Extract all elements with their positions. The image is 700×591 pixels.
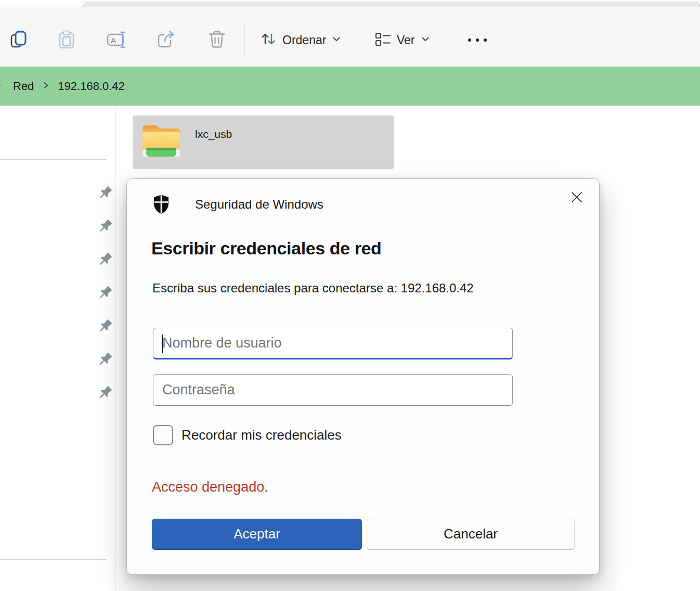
remember-label: Recordar mis credenciales	[182, 427, 342, 443]
view-label: Ver	[397, 33, 415, 47]
chevron-right-icon	[43, 81, 49, 92]
share-icon	[156, 29, 177, 52]
trash-icon	[206, 29, 227, 52]
file-name: lxc_usb	[195, 128, 232, 140]
more-options-button[interactable]	[459, 21, 496, 59]
windows-security-dialog: Seguridad de Windows Escribir credencial…	[126, 178, 600, 575]
pin-icon	[96, 284, 114, 302]
folder-icon	[140, 123, 183, 164]
chevron-down-icon	[421, 34, 430, 46]
file-item-lxc-usb[interactable]: lxc_usb	[133, 115, 394, 169]
content-area: lxc_usb Seguridad de Windows Escribir	[0, 106, 700, 591]
chevron-right-icon	[0, 81, 4, 92]
breadcrumb-network[interactable]: Red	[13, 80, 34, 93]
sort-label: Ordenar	[282, 33, 326, 47]
sidebar-pins	[96, 184, 114, 417]
toolbar-divider	[244, 25, 245, 56]
chevron-down-icon	[332, 34, 341, 46]
error-message: Acceso denegado.	[152, 479, 268, 495]
address-bar[interactable]: Red 192.168.0.42	[0, 67, 700, 106]
pin-icon	[96, 184, 114, 202]
paste-icon	[56, 29, 77, 52]
cancel-button[interactable]: Cancelar	[367, 519, 575, 550]
toolbar-divider	[450, 25, 450, 56]
dialog-subheading: Escriba sus credenciales para conectarse…	[152, 281, 474, 295]
view-icon	[374, 31, 391, 49]
remember-checkbox[interactable]	[153, 425, 173, 445]
paste-button[interactable]	[48, 21, 85, 59]
svg-text:A: A	[111, 36, 116, 45]
copy-button[interactable]	[0, 21, 37, 59]
pin-icon	[96, 317, 114, 335]
command-toolbar: A	[0, 7, 700, 67]
rename-button[interactable]: A	[98, 21, 136, 59]
pin-icon	[96, 251, 114, 268]
dialog-heading: Escribir credenciales de red	[151, 238, 381, 259]
tab-strip	[0, 0, 700, 7]
dialog-app-title: Seguridad de Windows	[195, 197, 323, 212]
sort-icon	[260, 31, 277, 49]
password-field[interactable]	[153, 374, 513, 406]
security-shield-icon	[153, 194, 170, 216]
pin-icon	[96, 217, 114, 235]
sidebar-section-divider	[0, 559, 107, 560]
close-button[interactable]	[565, 186, 588, 209]
share-button[interactable]	[148, 21, 185, 59]
sidebar-section-divider	[0, 159, 107, 160]
breadcrumb-host[interactable]: 192.168.0.42	[58, 80, 124, 93]
explorer-window: A	[0, 0, 700, 591]
copy-icon	[8, 29, 29, 52]
sort-menu-button[interactable]: Ordenar	[260, 27, 341, 54]
pin-icon	[96, 384, 114, 402]
ok-button[interactable]: Aceptar	[152, 519, 362, 550]
text-caret	[162, 335, 163, 353]
ellipsis-icon	[468, 38, 487, 42]
view-menu-button[interactable]: Ver	[374, 27, 430, 54]
close-icon	[570, 190, 584, 205]
pin-icon	[96, 351, 114, 368]
delete-button[interactable]	[198, 21, 236, 59]
rename-icon: A	[106, 29, 128, 52]
username-field[interactable]	[153, 328, 513, 359]
sidebar-divider	[115, 106, 116, 591]
